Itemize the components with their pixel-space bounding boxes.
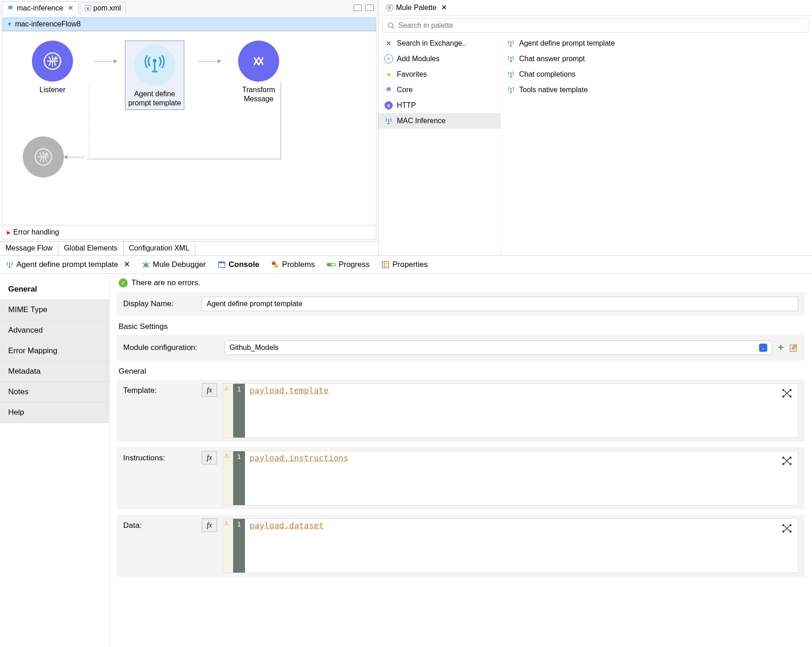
tab-label: pom.xml (94, 4, 121, 12)
response-node[interactable] (23, 136, 85, 177)
instructions-editor[interactable]: 1 payload.instructions (223, 451, 798, 506)
code-text[interactable]: payload.instructions (245, 451, 798, 505)
flow-canvas[interactable]: Listener Agent define prompt template (2, 31, 376, 225)
agent-node[interactable]: Agent define prompt template (114, 41, 196, 110)
module-config-row: Module configuration: Github_Models ⌄ + (117, 335, 805, 360)
add-config-button[interactable]: + (778, 342, 784, 354)
palette-comp-tools-native[interactable]: Tools native template (501, 82, 812, 98)
warning-gutter (223, 519, 233, 573)
svg-point-10 (144, 263, 148, 267)
tab-progress[interactable]: Progress (325, 258, 371, 271)
palette-core[interactable]: Core (379, 82, 500, 98)
svg-point-14 (275, 264, 278, 268)
tab-problems[interactable]: Problems (269, 258, 317, 271)
display-name-label: Display Name: (123, 299, 196, 308)
tab-label: mac-inference (17, 4, 63, 12)
editor-area: mac-inference ✕ x pom.xml mac-inferenceF… (0, 0, 379, 255)
side-help[interactable]: Help (0, 402, 109, 423)
tab-configuration-xml[interactable]: Configuration XML (124, 242, 196, 255)
maximize-button[interactable] (365, 5, 374, 11)
flow-name: mac-inferenceFlow8 (15, 20, 81, 28)
template-label: Template: (123, 383, 196, 438)
close-icon[interactable]: ✕ (124, 260, 130, 269)
side-notes[interactable]: Notes (0, 382, 109, 402)
side-advanced[interactable]: Advanced (0, 320, 109, 341)
list-icon: ☰ (386, 4, 393, 11)
antenna-icon (5, 261, 14, 269)
palette-title: Mule Palette (396, 4, 437, 12)
side-error-mapping[interactable]: Error Mapping (0, 341, 109, 361)
fx-button[interactable]: fx (202, 518, 217, 532)
svg-point-7 (510, 73, 512, 74)
display-name-input[interactable] (202, 297, 798, 311)
transform-icon (238, 41, 279, 82)
fx-button[interactable]: fx (202, 383, 217, 397)
palette-comp-chat-answer[interactable]: Chat answer prompt (501, 51, 812, 67)
close-icon[interactable]: ✕ (441, 3, 447, 12)
side-metadata[interactable]: Metadata (0, 361, 109, 382)
module-config-select[interactable]: Github_Models ⌄ (224, 340, 772, 355)
minimize-button[interactable] (354, 5, 362, 11)
properties-icon (381, 261, 390, 269)
module-config-value: Github_Models (229, 344, 279, 352)
antenna-icon (506, 39, 515, 48)
data-editor[interactable]: 1 payload.dataset (223, 518, 798, 573)
properties-sidebar: General MIME Type Advanced Error Mapping… (0, 274, 109, 647)
antenna-icon (506, 70, 515, 79)
svg-point-13 (272, 261, 276, 265)
http-icon: ⊕ (384, 101, 393, 110)
code-text[interactable]: payload.dataset (245, 519, 798, 573)
tab-pom[interactable]: x pom.xml (80, 2, 126, 14)
edit-config-button[interactable] (789, 343, 798, 352)
tab-message-flow[interactable]: Message Flow (0, 242, 58, 255)
side-general[interactable]: General (0, 279, 109, 300)
palette-search[interactable] (382, 18, 808, 33)
listener-node[interactable]: Listener (11, 41, 94, 94)
code-text[interactable]: payload.template (245, 384, 798, 438)
tab-properties[interactable]: Properties (380, 258, 429, 271)
graph-icon[interactable] (781, 523, 792, 533)
palette-comp-agent-define[interactable]: Agent define prompt template (501, 36, 812, 51)
flow-header[interactable]: mac-inferenceFlow8 (2, 17, 376, 31)
warning-gutter (223, 451, 233, 505)
tab-console[interactable]: Console (216, 258, 261, 271)
module-config-label: Module configuration: (123, 343, 219, 352)
palette-http[interactable]: ⊕ HTTP (379, 98, 500, 113)
transform-node[interactable]: Transform Message (218, 41, 300, 104)
svg-point-8 (510, 88, 512, 89)
svg-point-3 (388, 23, 393, 27)
palette-tab[interactable]: ☰ Mule Palette ✕ (382, 1, 451, 14)
mule-icon (7, 5, 14, 12)
side-mime[interactable]: MIME Type (0, 300, 109, 320)
console-icon (218, 261, 226, 269)
instructions-label: Instructions: (123, 451, 196, 506)
transform-label: Transform Message (242, 85, 275, 104)
template-row: Template: fx 1 payload.template (117, 380, 805, 442)
error-handling-label: Error handling (13, 228, 59, 236)
arrow-icon (94, 61, 116, 62)
palette-search-exchange[interactable]: ✕ Search in Exchange.. (379, 36, 500, 51)
palette-components: Agent define prompt template Chat answer… (501, 36, 812, 255)
tab-agent-define[interactable]: Agent define prompt template ✕ (4, 258, 132, 271)
error-handling-section[interactable]: Error handling (2, 225, 376, 240)
chevron-down-icon: ⌄ (759, 344, 767, 352)
warning-gutter (223, 384, 233, 438)
palette-mac-inference[interactable]: MAC Inference (379, 113, 500, 129)
close-icon[interactable]: ✕ (68, 4, 73, 12)
graph-icon[interactable] (781, 388, 792, 398)
search-icon (387, 22, 395, 29)
bug-icon (142, 261, 150, 269)
graph-icon[interactable] (781, 456, 792, 466)
antenna-icon (134, 45, 175, 86)
fx-button[interactable]: fx (202, 451, 217, 464)
palette-favorites[interactable]: ★ Favorites (379, 67, 500, 82)
properties-panel: General MIME Type Advanced Error Mapping… (0, 274, 812, 647)
template-editor[interactable]: 1 payload.template (223, 383, 798, 438)
palette-comp-chat-completions[interactable]: Chat completions (501, 67, 812, 82)
tab-mule-debugger[interactable]: Mule Debugger (140, 258, 208, 271)
palette-add-modules[interactable]: + Add Modules (379, 51, 500, 67)
tab-mac-inference[interactable]: mac-inference ✕ (2, 1, 78, 14)
tab-global-elements[interactable]: Global Elements (58, 242, 123, 255)
search-input[interactable] (398, 21, 803, 30)
ok-icon: ✓ (119, 278, 128, 287)
